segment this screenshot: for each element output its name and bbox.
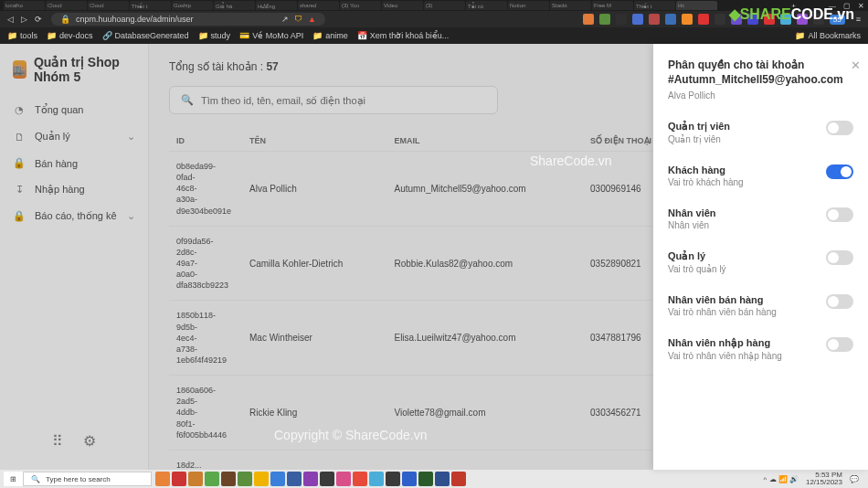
browser-tab[interactable]: Notion [508, 1, 549, 10]
url-input[interactable]: 🔒 cnpm.huuhoang.dev/admin/user ↗ ⛉ ▲ [51, 13, 325, 26]
system-tray[interactable]: ^ ☁ 📶 🔊 [764, 475, 799, 483]
cell-email: Robbie.Kulas82@yahoo.com [386, 226, 583, 301]
col-id[interactable]: ID [169, 131, 242, 152]
extension-icon[interactable] [616, 14, 627, 25]
bookmark-item[interactable]: 💳Về MoMo API [239, 31, 303, 40]
brand[interactable]: 🏬 Quản trị Shop Nhóm 5 [0, 55, 148, 97]
notifications-icon[interactable]: 💬 [850, 475, 859, 483]
taskbar-app-icon[interactable] [386, 472, 400, 486]
taskbar-app-icon[interactable] [155, 472, 170, 486]
taskbar-app-icon[interactable] [188, 472, 203, 486]
chevron-down-icon: ⌄ [127, 131, 135, 143]
window-close[interactable]: ✕ [858, 2, 864, 10]
taskbar-app-icon[interactable] [418, 472, 433, 486]
role-toggle[interactable] [826, 207, 853, 222]
close-icon[interactable]: ✕ [851, 58, 861, 72]
extension-icon[interactable] [649, 14, 660, 25]
taskbar-app-icon[interactable] [320, 472, 334, 486]
browser-tab[interactable]: (3) You [340, 1, 381, 10]
taskbar-app-icon[interactable] [221, 472, 236, 486]
browser-tab[interactable]: Stackt [550, 1, 591, 10]
brand-icon: 🏬 [13, 60, 26, 79]
browser-tab[interactable]: Hướng [256, 1, 297, 10]
nav-icon: 🔒 [13, 157, 26, 169]
sidebar-item[interactable]: ◔Tổng quan [0, 97, 148, 123]
extension-icon[interactable] [682, 14, 693, 25]
taskbar-clock[interactable]: 5:53 PM 12/15/2023 [806, 472, 842, 486]
extension-icon[interactable] [599, 14, 610, 25]
browser-tab[interactable]: localho [4, 1, 45, 10]
role-name: Nhân viên nhập hàng [668, 337, 782, 349]
bookmark-item[interactable]: 🔗DatabaseGenerated [102, 31, 189, 40]
browser-tab[interactable]: Free M [592, 1, 633, 10]
taskbar-app-icon[interactable] [254, 472, 269, 486]
browser-tab[interactable]: shared [298, 1, 339, 10]
browser-tab[interactable]: Video [382, 1, 423, 10]
search-box[interactable]: 🔍 [169, 86, 498, 114]
sidebar: 🏬 Quản trị Shop Nhóm 5 ◔Tổng quan🗋Quản l… [0, 44, 149, 470]
extension-icon[interactable] [665, 14, 676, 25]
taskbar-app-icon[interactable] [369, 472, 384, 486]
role-toggle[interactable] [826, 337, 853, 352]
taskbar-app-icon[interactable] [303, 472, 318, 486]
brand-title: Quản trị Shop Nhóm 5 [34, 55, 135, 84]
taskbar-app-icon[interactable] [172, 472, 186, 486]
role-toggle[interactable] [826, 121, 853, 135]
bookmark-item[interactable]: 📁dev-docs [47, 31, 93, 40]
browser-tab[interactable]: Cloud [88, 1, 129, 10]
taskbar-app-icon[interactable] [287, 472, 302, 486]
taskbar-app-icon[interactable] [336, 472, 351, 486]
bookmark-item[interactable]: 📁anime [312, 31, 348, 40]
browser-tab[interactable]: (3) [424, 1, 465, 10]
sidebar-settings-columns-icon[interactable]: ⠿ [52, 432, 63, 450]
start-button[interactable]: ⊞ [4, 472, 24, 486]
extension-icon[interactable] [698, 14, 709, 25]
taskbar-app-icon[interactable] [435, 472, 450, 486]
role-toggle[interactable] [826, 250, 853, 265]
taskbar-search[interactable]: 🔍 Type here to search [24, 472, 152, 486]
browser-tab[interactable]: Giỏ hà [214, 1, 255, 10]
search-input[interactable] [201, 95, 486, 106]
browser-tab[interactable]: Tải có [466, 1, 507, 10]
role-desc: Vai trò khách hàng [668, 177, 744, 187]
taskbar-app-icon[interactable] [205, 472, 219, 486]
all-bookmarks[interactable]: 📁All Bookmarks [795, 31, 861, 40]
nav-reload[interactable]: ⟳ [35, 15, 42, 24]
nav-forward[interactable]: ▷ [21, 15, 27, 24]
taskbar-app-icon[interactable] [451, 472, 466, 486]
browser-tab[interactable]: Hc [676, 1, 717, 10]
extension-icon[interactable] [715, 14, 725, 25]
sidebar-item[interactable]: 🔒Bán hàng [0, 150, 148, 176]
col-email[interactable]: EMAIL [386, 131, 583, 152]
watermark-logo: ◆SHARECODE.vn [729, 5, 854, 23]
taskbar-app-icon[interactable] [353, 472, 367, 486]
bookmark-item[interactable]: 📁tools [7, 31, 37, 40]
shield-icon-2[interactable]: ▲ [308, 15, 316, 24]
bookmark-item[interactable]: 📁study [198, 31, 231, 40]
extension-icon[interactable] [632, 14, 643, 25]
browser-tab[interactable]: Goship [172, 1, 213, 10]
taskbar-app-icon[interactable] [238, 472, 252, 486]
taskbar-app-icon[interactable] [270, 472, 285, 486]
open-external-icon[interactable]: ↗ [281, 15, 289, 24]
sidebar-item[interactable]: 🗋Quản lý⌄ [0, 123, 148, 150]
browser-tab[interactable]: Thiết t [130, 1, 171, 10]
extension-icon[interactable] [583, 14, 594, 25]
role-toggle[interactable] [826, 294, 853, 309]
browser-tab[interactable]: Cloud [46, 1, 87, 10]
chevron-down-icon: ⌄ [127, 210, 135, 222]
nav-back[interactable]: ◁ [7, 15, 14, 24]
col-name[interactable]: TÊN [242, 131, 386, 152]
nav-icon: 🗋 [13, 132, 26, 143]
sidebar-item[interactable]: 🔒Báo cáo, thống kê⌄ [0, 203, 148, 229]
browser-tab[interactable]: Thiết t [634, 1, 675, 10]
browser-menu-icon[interactable]: ≡ [856, 15, 861, 24]
shield-icon[interactable]: ⛉ [294, 15, 302, 24]
nav-label: Nhập hàng [35, 184, 85, 196]
permissions-panel: Phân quyền cho tài khoản #Autumn_Mitchel… [653, 44, 868, 470]
gear-icon[interactable]: ⚙ [83, 432, 96, 450]
bookmark-item[interactable]: 📅Xem thời khoá biểu... [357, 31, 450, 40]
taskbar-app-icon[interactable] [402, 472, 417, 486]
sidebar-item[interactable]: ↧Nhập hàng [0, 176, 148, 203]
role-toggle[interactable] [826, 164, 853, 179]
